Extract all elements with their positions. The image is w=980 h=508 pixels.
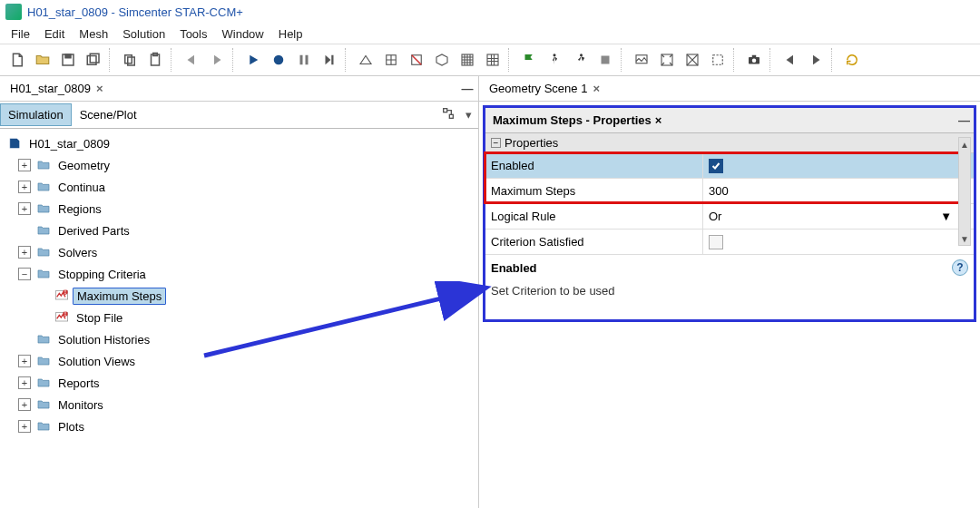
new-file-icon[interactable] [5,48,29,72]
subtab-sceneplot[interactable]: Scene/Plot [72,103,145,126]
expand-icon[interactable]: + [18,202,31,215]
svg-point-8 [274,55,284,65]
folder-icon [34,200,53,217]
close-tab-icon[interactable]: × [593,82,600,95]
select-icon[interactable] [706,48,730,72]
tree-link-icon[interactable] [438,106,458,123]
tree-root[interactable]: H01_star_0809 [0,132,478,154]
properties-scrollbar[interactable]: ▲ ▼ [958,137,971,246]
svg-rect-1 [65,54,71,58]
prop-row-logical-rule[interactable]: Logical Rule Or ▼ [485,204,974,230]
folder-icon [34,375,53,391]
scene-tab[interactable]: Geometry Scene 1 × [483,78,606,99]
mesh-volume-icon[interactable] [430,48,454,72]
dropdown-arrow-icon[interactable]: ▼ [940,210,952,223]
expand-icon[interactable]: + [18,159,31,171]
reset-icon[interactable] [840,48,864,72]
toolbar-separator [769,48,775,72]
menu-edit[interactable]: Edit [37,25,72,43]
menu-help[interactable]: Help [271,25,310,43]
main-area: H01_star_0809 × — Simulation Scene/Plot … [0,75,980,508]
tree-item-stopping-criteria[interactable]: − Stopping Criteria [0,263,478,285]
tree-label: Solution Views [54,354,139,369]
scroll-down-icon[interactable]: ▼ [959,232,970,245]
properties-group-header[interactable]: − Properties [485,133,974,153]
toolbar-separator [733,48,739,72]
save-icon[interactable] [56,48,80,72]
expand-icon[interactable]: + [18,420,31,433]
run-person-icon[interactable] [543,48,566,72]
run-fast-icon[interactable] [568,48,592,72]
tree-item-plots[interactable]: + Plots [0,415,478,437]
tree-item-monitors[interactable]: + Monitors [0,394,478,415]
prop-row-maximum-steps[interactable]: Maximum Steps 300 [485,179,974,204]
properties-tab[interactable]: Maximum Steps - Properties × [489,111,665,130]
tree-item-continua[interactable]: + Continua [0,176,478,198]
mesh-part-icon[interactable] [354,48,377,72]
tree-item-derived-parts[interactable]: Derived Parts [0,220,478,241]
svg-rect-26 [444,109,447,112]
flag-icon[interactable] [517,48,541,72]
record-icon[interactable] [267,48,290,72]
checkbox-checked-icon[interactable] [709,159,723,173]
fit-view-icon[interactable] [655,48,679,72]
nav-back-icon[interactable] [779,48,802,72]
menu-tools[interactable]: Tools [172,25,214,43]
mesh-clear-icon[interactable] [405,48,428,72]
play-icon[interactable] [241,48,265,72]
prop-row-enabled[interactable]: Enabled [485,153,974,179]
subtab-simulation[interactable]: Simulation [0,103,72,126]
tree-item-geometry[interactable]: + Geometry [0,154,478,176]
menu-file[interactable]: File [4,25,37,43]
camera-icon[interactable] [742,48,766,72]
expand-icon[interactable]: + [18,376,31,389]
menu-mesh[interactable]: Mesh [72,25,115,43]
tree-item-reports[interactable]: + Reports [0,372,478,394]
tree-item-solvers[interactable]: + Solvers [0,241,478,263]
prop-val-logical[interactable]: Or ▼ [703,204,957,229]
collapse-icon[interactable]: − [18,268,31,280]
tree-item-solution-histories[interactable]: Solution Histories [0,328,478,350]
scroll-up-icon[interactable]: ▲ [959,138,970,151]
tree-item-maximum-steps[interactable]: ! Maximum Steps [0,285,478,307]
tree-item-regions[interactable]: + Regions [0,198,478,220]
menu-solution[interactable]: Solution [115,25,172,43]
step-back-icon[interactable] [180,48,203,72]
close-tab-icon[interactable]: × [96,82,103,95]
expand-icon[interactable]: + [18,398,31,411]
expand-icon[interactable]: + [18,355,31,367]
save-all-icon[interactable] [82,48,105,72]
toolbar-separator [831,48,837,72]
pause-icon[interactable] [292,48,316,72]
paste-icon[interactable] [143,48,167,72]
prop-val-enabled[interactable] [703,153,957,178]
stop-icon[interactable] [593,48,617,72]
simulation-tree[interactable]: H01_star_0809 + Geometry + Continua + Re… [0,129,478,508]
zoom-area-icon[interactable] [681,48,704,72]
svg-rect-18 [602,56,610,64]
scene-image-icon[interactable] [630,48,653,72]
open-folder-icon[interactable] [31,48,54,72]
skip-icon[interactable] [318,48,341,72]
copy-icon[interactable] [118,48,142,72]
grid-icon[interactable] [481,48,505,72]
collapse-group-icon[interactable]: − [491,138,501,148]
mesh-refine-icon[interactable] [456,48,479,72]
expand-icon[interactable]: + [18,246,31,259]
tree-item-stop-file[interactable]: ! Stop File [0,307,478,328]
nav-forward-icon[interactable] [804,48,828,72]
tree-item-solution-views[interactable]: + Solution Views [0,350,478,372]
minimize-panel-icon[interactable]: — [460,82,475,95]
menu-window[interactable]: Window [215,25,271,43]
minimize-panel-icon[interactable]: — [958,113,970,127]
prop-val-maxsteps[interactable]: 300 [703,179,957,203]
close-tab-icon[interactable]: × [655,113,662,127]
tree-menu-icon[interactable]: ▾ [458,108,478,122]
help-icon[interactable]: ? [952,259,968,276]
expand-icon[interactable]: + [18,181,31,193]
svg-rect-3 [90,54,99,63]
prop-row-criterion-satisfied[interactable]: Criterion Satisfied [485,230,974,255]
sim-file-tab[interactable]: H01_star_0809 × [4,78,110,99]
step-forward-icon[interactable] [205,48,229,72]
mesh-surface-icon[interactable] [379,48,403,72]
